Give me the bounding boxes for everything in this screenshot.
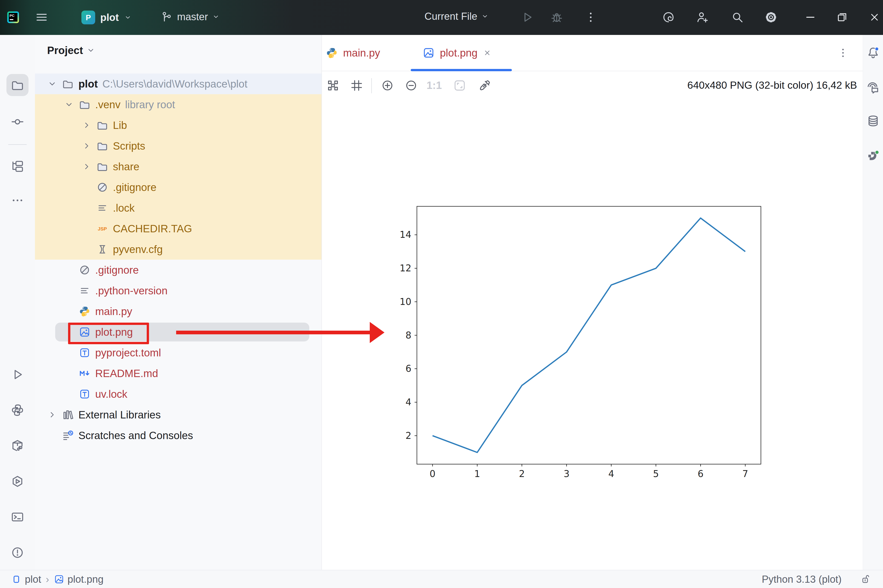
tab-label: main.py bbox=[343, 46, 380, 59]
chevron-spacer bbox=[64, 265, 74, 275]
y-tick-label: 6 bbox=[406, 363, 411, 374]
plugins-button[interactable] bbox=[866, 148, 880, 162]
hamburger-icon[interactable] bbox=[35, 10, 48, 24]
y-tick-label: 8 bbox=[406, 330, 411, 340]
chevron-spacer bbox=[64, 327, 74, 337]
more-actions-button[interactable] bbox=[584, 10, 597, 24]
tool-stripe-services[interactable] bbox=[11, 474, 24, 488]
tree-row-lock[interactable]: .lock bbox=[35, 198, 322, 218]
minimize-button[interactable] bbox=[804, 11, 817, 24]
python-interpreter-widget[interactable]: Python 3.13 (plot) bbox=[762, 570, 842, 588]
project-badge: P bbox=[81, 10, 95, 24]
tool-stripe-problems[interactable] bbox=[11, 546, 24, 560]
tool-window-stripe-right bbox=[863, 35, 883, 570]
toml-icon bbox=[79, 388, 90, 400]
text-lines-icon bbox=[79, 285, 90, 297]
thumbnails-button[interactable] bbox=[326, 79, 339, 92]
project-badge-icon bbox=[11, 574, 22, 585]
y-tick-label: 10 bbox=[400, 296, 411, 307]
tree-row-gitignore[interactable]: .gitignore bbox=[35, 177, 322, 198]
ai-assistant-button[interactable] bbox=[866, 81, 880, 94]
tree-row-pyvenv-cfg[interactable]: pyvenv.cfg bbox=[35, 239, 322, 260]
plot-frame bbox=[417, 206, 761, 464]
chevron-spacer bbox=[64, 286, 74, 296]
tab-plot-png[interactable]: plot.png bbox=[423, 35, 492, 71]
tree-row-main-py[interactable]: main.py bbox=[35, 301, 322, 322]
tree-item-label: pyvenv.cfg bbox=[113, 243, 162, 255]
zoom-in-button[interactable] bbox=[381, 79, 394, 92]
grid-button[interactable] bbox=[350, 79, 363, 92]
database-button[interactable] bbox=[866, 114, 880, 128]
tree-row-scripts[interactable]: Scripts bbox=[35, 136, 322, 156]
tool-stripe-structure[interactable] bbox=[11, 159, 24, 173]
debug-button[interactable] bbox=[550, 10, 563, 24]
tool-stripe-python-packages[interactable] bbox=[11, 439, 24, 453]
tool-stripe-more-tool-windows[interactable] bbox=[11, 194, 24, 207]
breadcrumb-item-plot[interactable]: plot bbox=[11, 573, 41, 585]
lock-open-icon[interactable] bbox=[860, 573, 871, 585]
pycharm-logo-icon: PC bbox=[6, 10, 20, 24]
python-icon bbox=[79, 305, 90, 317]
zoom-out-button[interactable] bbox=[405, 79, 418, 92]
pycharm-window: PC P plot master Current File Project pl… bbox=[0, 0, 883, 588]
search-everywhere-button[interactable] bbox=[731, 10, 744, 24]
tool-stripe-commit[interactable] bbox=[11, 115, 24, 129]
tree-item-label: .python-version bbox=[95, 285, 168, 297]
tree-row-lib[interactable]: Lib bbox=[35, 115, 322, 136]
settings-button[interactable] bbox=[764, 10, 778, 24]
project-widget[interactable]: P plot bbox=[81, 10, 132, 24]
tab-options-icon[interactable] bbox=[837, 47, 849, 59]
restore-button[interactable] bbox=[836, 11, 848, 23]
close-button[interactable] bbox=[869, 12, 880, 23]
pipette-button[interactable] bbox=[478, 79, 491, 92]
fit-zoom-button bbox=[453, 79, 466, 92]
run-configuration-selector[interactable]: Current File bbox=[424, 10, 489, 22]
chevron-right-icon bbox=[82, 162, 92, 172]
chevron-spacer bbox=[82, 224, 92, 234]
folder-icon bbox=[62, 78, 74, 90]
tree-row-external-libraries[interactable]: External Libraries bbox=[35, 404, 322, 425]
ai-assistant-button[interactable] bbox=[662, 10, 675, 24]
scratches-icon bbox=[62, 429, 74, 441]
tree-row-plot[interactable]: plotC:\Users\david\Workspace\plot bbox=[35, 74, 322, 94]
chevron-down-icon bbox=[64, 99, 74, 110]
run-button[interactable] bbox=[520, 10, 534, 24]
add-user-button[interactable] bbox=[696, 10, 709, 24]
tool-stripe-project[interactable] bbox=[11, 78, 24, 92]
chevron-down-icon bbox=[212, 13, 220, 21]
tool-window-stripe-left bbox=[0, 35, 35, 570]
text-lines-icon bbox=[96, 202, 108, 214]
tree-row-plot-png[interactable]: plot.png bbox=[35, 322, 322, 342]
libraries-icon bbox=[62, 409, 74, 421]
tree-row-python-version[interactable]: .python-version bbox=[35, 280, 322, 301]
image-editor-toolbar: 640x480 PNG (32-bit color) 16,42 kB 1:1 bbox=[322, 71, 863, 99]
tree-row-cachedir-tag[interactable]: JSPCACHEDIR.TAG bbox=[35, 218, 322, 239]
tool-stripe-python-console[interactable] bbox=[11, 403, 24, 417]
tool-stripe-terminal[interactable] bbox=[11, 510, 24, 524]
spool-icon bbox=[96, 243, 108, 255]
tab-close-icon[interactable] bbox=[483, 48, 492, 57]
tree-row-uv-lock[interactable]: uv.lock bbox=[35, 384, 322, 404]
tree-item-label: Scratches and Consoles bbox=[78, 429, 193, 442]
breadcrumb-item-plot-png[interactable]: plot.png bbox=[54, 573, 104, 585]
chevron-right-icon bbox=[82, 120, 92, 130]
branch-name: master bbox=[177, 11, 208, 22]
notifications-button[interactable] bbox=[866, 46, 880, 60]
tree-row-share[interactable]: share bbox=[35, 156, 322, 177]
tab-main-py[interactable]: main.py bbox=[326, 35, 380, 71]
ignore-icon bbox=[79, 264, 90, 276]
project-name: plot bbox=[100, 12, 119, 23]
tree-row-pyproject-toml[interactable]: pyproject.toml bbox=[35, 342, 322, 363]
tree-item-label: .gitignore bbox=[95, 264, 138, 276]
zoom-ratio-label: 1:1 bbox=[427, 79, 442, 92]
project-tool-window: Project plotC:\Users\david\Workspace\plo… bbox=[35, 35, 322, 570]
tree-item-label: External Libraries bbox=[78, 408, 161, 421]
tree-row-scratches-and-consoles[interactable]: Scratches and Consoles bbox=[35, 425, 322, 446]
tree-row-gitignore[interactable]: .gitignore bbox=[35, 260, 322, 280]
tree-row-readme-md[interactable]: README.md bbox=[35, 363, 322, 384]
tree-row-venv[interactable]: .venvlibrary root bbox=[35, 94, 322, 115]
jsp-icon: JSP bbox=[96, 223, 108, 235]
vcs-widget[interactable]: master bbox=[161, 10, 220, 23]
folder-icon bbox=[96, 160, 108, 172]
tool-stripe-run[interactable] bbox=[11, 368, 24, 381]
